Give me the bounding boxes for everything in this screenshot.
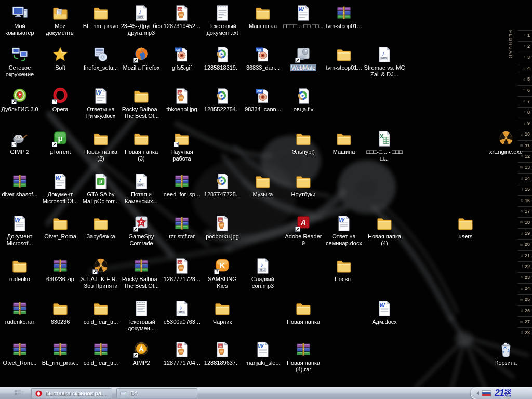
desktop-icon[interactable]: Новая папка (2) (79, 130, 123, 162)
desktop-icon-label: Mozilla Firefox (122, 64, 161, 71)
desktop-icon[interactable]: Музыка (241, 172, 285, 198)
desktop-icon[interactable]: Корзина (484, 341, 528, 366)
tray-collapse-chevron-icon[interactable] (476, 391, 479, 395)
desktop-icon[interactable]: Otvet_Rom... (0, 341, 42, 366)
desktop-icon-label: Корзина (494, 360, 518, 366)
desktop-icon[interactable]: WОтветы на Римку.docx (79, 87, 123, 119)
desktop-icon[interactable]: podborku.jpg (201, 215, 244, 240)
start-button[interactable] (8, 388, 29, 399)
desktop-icon[interactable]: ♪MP3Потап и Каменских... (119, 172, 163, 205)
svg-text:µ: µ (99, 178, 102, 184)
language-flag-ru-icon[interactable] (482, 390, 491, 396)
desktop-icon[interactable]: WАдм.docx (363, 300, 406, 325)
desktop-icon[interactable]: WДокумент Microsof... (0, 215, 42, 247)
taskbar-task-button[interactable]: D:\ (116, 388, 197, 398)
desktop-icon[interactable]: 1287771704... (160, 341, 204, 366)
desktop-icon[interactable]: Мой компьютер (0, 4, 42, 36)
desktop-icon[interactable]: cold_fear_tr... (79, 300, 123, 325)
desktop-icon[interactable]: WОтвет на семинар.docx (322, 215, 366, 247)
taskbar-task-button[interactable]: Выставка скринов ра... (31, 388, 112, 398)
tray-clock[interactable]: 21 58 Чт (495, 389, 511, 398)
desktop-icon[interactable]: ♪MP3e5300a0763... (160, 300, 204, 325)
desktop-icon[interactable]: 1287771728... (160, 257, 204, 283)
desktop-icon[interactable]: µGTA SA by MaTpOc.torr... (79, 172, 123, 205)
desktop-icon[interactable]: rudenko (0, 257, 42, 283)
desktop-icon[interactable]: users (444, 215, 487, 240)
desktop-icon[interactable]: rudenko.rar (0, 300, 42, 325)
desktop-icon[interactable]: Новая папка (4).rar (282, 341, 325, 373)
desktop-icon[interactable]: ДубльГИС 3.0 (0, 87, 42, 113)
desktop-icon[interactable]: Rocky Balboa - The Best Of... (119, 257, 163, 289)
kies-icon: K (214, 257, 231, 275)
desktop-icon[interactable]: dlver-shasof... (0, 172, 42, 198)
desktop-icon[interactable]: 1287747725... (201, 172, 244, 198)
desktop-icon[interactable]: AAdobe Reader 9 (282, 215, 325, 247)
desktop-icon[interactable]: Научная работа (160, 130, 204, 162)
desktop-icon[interactable]: Зарубежка (79, 215, 123, 240)
desktop-icon[interactable]: CGameSpy Comrade (119, 215, 163, 247)
image-icon (173, 4, 191, 22)
desktop-icon[interactable]: овца.flv (282, 87, 325, 113)
desktop-icon[interactable]: GIMP 2 (0, 130, 42, 155)
desktop-icon[interactable]: ♪MP3Сладкий сон.mp3 (241, 257, 285, 289)
desktop-icon[interactable]: tvm-stcop01... (322, 46, 366, 71)
desktop-icon[interactable]: Rocky Balboa - The Best Of... (119, 87, 163, 119)
desktop-icon[interactable]: 1285522754... (201, 87, 244, 113)
desktop-icon[interactable]: Mozilla Firefox (119, 46, 163, 71)
desktop-icon[interactable]: Чарлик (201, 300, 244, 325)
desktop-icon-label: 98334_cann... (244, 106, 282, 113)
mp3-icon: ♪MP3 (173, 300, 191, 317)
desktop-icon[interactable]: WebMate (282, 46, 325, 71)
desktop-icon[interactable]: BL_rim_prav... (38, 341, 82, 366)
desktop-icon[interactable]: µµTorrent (38, 130, 82, 155)
desktop-icon[interactable]: Посвят (322, 257, 366, 283)
desktop-icon[interactable]: KSAMSUNG Kies (201, 257, 244, 289)
desktop-icon[interactable]: 1288189637... (201, 341, 244, 366)
desktop-icon[interactable]: Текстовый документ.txt (201, 4, 244, 36)
folder-icon (335, 46, 353, 63)
desktop-icon[interactable]: BL_rim_pravo (79, 4, 123, 30)
desktop-icon[interactable]: cold_fear_tr... (79, 341, 123, 366)
desktop-icon[interactable]: Soft (38, 46, 82, 71)
svg-text:♪: ♪ (260, 261, 263, 269)
desktop-icon[interactable]: Машина (322, 130, 366, 155)
desktop-icon[interactable]: ♪MP323-45--Друг без друга.mp3 (119, 4, 163, 36)
my-computer-icon (11, 4, 29, 22)
desktop-icon[interactable]: xrEngine.exe (484, 130, 528, 155)
desktop-icon[interactable]: Wmanjaki_sle... (241, 341, 285, 366)
desktop-icon[interactable]: 1287319452... (160, 4, 204, 30)
desktop-icon[interactable]: W□□□□... □□ □□... (282, 4, 325, 30)
desktop-icon[interactable]: Новая папка (4) (363, 215, 406, 247)
desktop-icon[interactable]: Новая папка (3) (119, 130, 163, 162)
desktop-icon[interactable]: X□□□-□... - □□□ □... (363, 130, 406, 162)
desktop-icon[interactable]: AIMP2 (119, 341, 163, 366)
desktop[interactable]: FEBRUAR f1s2s3m4d5m6d7f8s9s10m11d12m13d1… (0, 0, 532, 399)
desktop-icon[interactable]: need_for_sp... (160, 172, 204, 198)
desktop-icon[interactable]: GIF36833_dan... (241, 46, 285, 71)
desktop-icon[interactable]: S.T.A.L.K.E.R. - Зов Припяти (79, 257, 123, 289)
opera-icon (51, 87, 69, 105)
desktop-icon[interactable]: GIFgifs5.gif (160, 46, 204, 71)
desktop-icon[interactable]: 630236 (38, 300, 82, 325)
desktop-icon[interactable]: thkoenpl.jpg (160, 87, 204, 113)
desktop-icon[interactable]: Сетевое окружение (0, 46, 42, 78)
desktop-icon[interactable]: Новая папка (282, 300, 325, 325)
desktop-icon[interactable]: GIF98334_cann... (241, 87, 285, 113)
desktop-icon[interactable]: Машшшаа (241, 4, 285, 30)
desktop-icon[interactable]: firefox_setu... (79, 46, 123, 71)
desktop-icon[interactable]: Opera (38, 87, 82, 113)
desktop-icon[interactable]: Ноутбуки (282, 172, 325, 198)
svg-text:W: W (55, 174, 61, 181)
desktop-icon[interactable]: tvm-stcop01... (322, 4, 366, 30)
desktop-icon[interactable]: rzr-stcf.rar (160, 215, 204, 240)
desktop-icon-label: thkoenpl.jpg (165, 106, 198, 113)
network-icon (11, 46, 29, 63)
desktop-icon[interactable]: 630236.zip (38, 257, 82, 283)
desktop-icon[interactable]: Мои документы (38, 4, 82, 36)
desktop-icon[interactable]: Otvet_Roma (38, 215, 82, 240)
desktop-icon[interactable]: Эльнур!) (282, 130, 325, 155)
desktop-icon[interactable]: ♪MP3Stromae vs. MC Zali & DJ... (363, 46, 406, 78)
desktop-icon[interactable]: Текстовый докумен... (119, 300, 163, 332)
desktop-icon[interactable]: WДокумент Microsoft Of... (38, 172, 82, 205)
desktop-icon[interactable]: 1285818319... (201, 46, 244, 71)
